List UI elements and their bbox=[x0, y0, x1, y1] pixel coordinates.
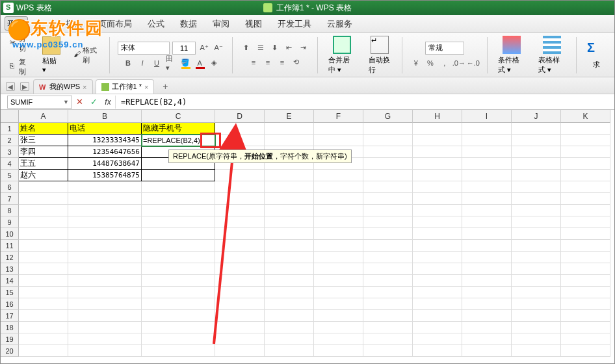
cell[interactable] bbox=[314, 216, 363, 228]
col-header[interactable]: I bbox=[462, 110, 512, 123]
cell[interactable] bbox=[561, 287, 610, 298]
cell[interactable] bbox=[68, 205, 142, 216]
cell[interactable] bbox=[68, 310, 142, 322]
cell[interactable] bbox=[265, 170, 314, 181]
cell[interactable] bbox=[561, 205, 610, 216]
close-icon[interactable]: × bbox=[144, 83, 148, 91]
row-header[interactable]: 2 bbox=[1, 135, 19, 146]
cell-a5[interactable]: 赵六 bbox=[19, 170, 68, 181]
cell[interactable] bbox=[462, 135, 512, 146]
cell[interactable] bbox=[512, 310, 561, 322]
cell[interactable] bbox=[413, 228, 462, 240]
menu-insert[interactable]: 插入 bbox=[66, 18, 83, 30]
cell[interactable] bbox=[561, 123, 610, 135]
font-size-combo[interactable] bbox=[172, 42, 196, 55]
cell[interactable] bbox=[512, 193, 561, 205]
cell[interactable] bbox=[561, 240, 610, 252]
cell[interactable] bbox=[363, 205, 413, 216]
cell[interactable] bbox=[413, 333, 462, 345]
cell[interactable] bbox=[363, 275, 413, 287]
cell-a3[interactable]: 李四 bbox=[19, 146, 68, 158]
tab-nav-next[interactable]: ▶ bbox=[20, 82, 29, 91]
cell[interactable] bbox=[68, 333, 142, 345]
cell[interactable] bbox=[512, 240, 561, 252]
cell[interactable] bbox=[265, 333, 314, 345]
decrease-font-icon[interactable]: A⁻ bbox=[213, 42, 224, 54]
cell[interactable] bbox=[462, 193, 512, 205]
cell[interactable] bbox=[413, 310, 462, 322]
cell[interactable] bbox=[215, 228, 265, 240]
row-header[interactable]: 19 bbox=[1, 333, 19, 345]
cell[interactable] bbox=[561, 310, 610, 322]
cell-b3[interactable]: 12354647656 bbox=[68, 146, 142, 158]
tab-my-wps[interactable]: W 我的WPS × bbox=[33, 79, 93, 94]
cell[interactable] bbox=[314, 135, 363, 146]
row-header[interactable]: 10 bbox=[1, 228, 19, 240]
cell[interactable] bbox=[19, 287, 68, 298]
cell[interactable] bbox=[561, 228, 610, 240]
cell[interactable] bbox=[19, 322, 68, 333]
cell[interactable] bbox=[512, 158, 561, 170]
row-header[interactable]: 13 bbox=[1, 263, 19, 275]
formula-confirm-button[interactable]: ✓ bbox=[86, 96, 101, 109]
cell[interactable] bbox=[142, 228, 215, 240]
cell[interactable] bbox=[265, 287, 314, 298]
cell[interactable] bbox=[512, 181, 561, 193]
cell[interactable] bbox=[413, 181, 462, 193]
cell[interactable] bbox=[68, 181, 142, 193]
cell[interactable] bbox=[265, 298, 314, 310]
cell[interactable] bbox=[512, 205, 561, 216]
cell[interactable] bbox=[413, 252, 462, 263]
cell[interactable] bbox=[19, 298, 68, 310]
cell[interactable] bbox=[561, 252, 610, 263]
conditional-format-button[interactable]: 条件格式 ▾ bbox=[493, 33, 530, 77]
cell[interactable] bbox=[19, 345, 68, 357]
row-header[interactable]: 1 bbox=[1, 123, 19, 135]
cell[interactable] bbox=[265, 322, 314, 333]
cell[interactable] bbox=[314, 287, 363, 298]
cut-button[interactable]: ✂剪切 bbox=[7, 32, 32, 55]
col-header[interactable]: H bbox=[413, 110, 462, 123]
name-box[interactable]: SUMIF▼ bbox=[7, 96, 72, 109]
clear-format-button[interactable]: ◈ bbox=[208, 57, 220, 69]
cell-a1[interactable]: 姓名 bbox=[19, 123, 68, 135]
cell[interactable] bbox=[512, 333, 561, 345]
formula-cancel-button[interactable]: ✕ bbox=[72, 96, 86, 109]
cell[interactable] bbox=[462, 146, 512, 158]
menu-page-layout[interactable]: 页面布局 bbox=[98, 18, 132, 30]
cell[interactable] bbox=[142, 345, 215, 357]
increase-decimal-icon[interactable]: .0→ bbox=[453, 57, 465, 69]
cell[interactable] bbox=[19, 240, 68, 252]
col-header[interactable]: F bbox=[314, 110, 363, 123]
cell[interactable] bbox=[512, 345, 561, 357]
file-menu-button[interactable]: 开始 ▾ bbox=[5, 16, 28, 31]
cell[interactable] bbox=[561, 322, 610, 333]
select-all-corner[interactable] bbox=[1, 110, 19, 123]
cell[interactable] bbox=[363, 193, 413, 205]
cell[interactable] bbox=[215, 333, 265, 345]
row-header[interactable]: 12 bbox=[1, 252, 19, 263]
cell[interactable] bbox=[512, 263, 561, 275]
cell[interactable] bbox=[561, 193, 610, 205]
cell[interactable] bbox=[561, 135, 610, 146]
cell[interactable] bbox=[363, 181, 413, 193]
cell[interactable] bbox=[462, 287, 512, 298]
cell[interactable] bbox=[462, 345, 512, 357]
sum-button[interactable]: Σ 求 bbox=[582, 38, 610, 72]
orientation-icon[interactable]: ⟲ bbox=[291, 57, 302, 68]
row-header[interactable]: 16 bbox=[1, 298, 19, 310]
row-header[interactable]: 9 bbox=[1, 216, 19, 228]
cell[interactable] bbox=[265, 345, 314, 357]
cell[interactable] bbox=[413, 193, 462, 205]
cell[interactable] bbox=[363, 310, 413, 322]
menu-data[interactable]: 数据 bbox=[180, 18, 197, 30]
cell[interactable] bbox=[363, 298, 413, 310]
cell[interactable] bbox=[512, 287, 561, 298]
cell[interactable] bbox=[314, 275, 363, 287]
cell[interactable] bbox=[413, 216, 462, 228]
cell[interactable] bbox=[314, 181, 363, 193]
cell[interactable] bbox=[215, 263, 265, 275]
chevron-down-icon[interactable]: ▼ bbox=[63, 99, 69, 105]
col-header[interactable]: K bbox=[561, 110, 610, 123]
cell[interactable] bbox=[215, 181, 265, 193]
